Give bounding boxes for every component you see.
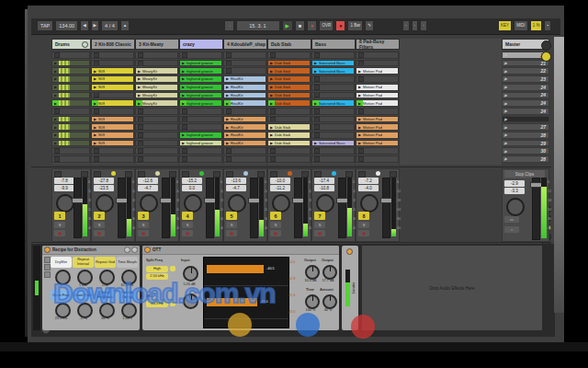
track-activator-button[interactable]: 6 [270, 212, 281, 220]
clip-launch-icon[interactable]: ▶ [356, 124, 363, 130]
track-header-6[interactable]: Dub Stab [267, 39, 311, 50]
macro-label-chip[interactable]: Repeat Interval [73, 257, 94, 268]
clip[interactable]: ▶Dub Stab [268, 68, 310, 74]
clip-launch-icon[interactable]: ▶ [268, 124, 275, 130]
pan-knob[interactable] [272, 194, 290, 213]
scene-slot[interactable]: ▶ [502, 116, 549, 123]
clip-slot[interactable] [356, 75, 399, 83]
clip-slot[interactable]: ▶RealKit [223, 140, 266, 147]
clip-launch-icon[interactable]: ▶ [180, 68, 187, 74]
scene-launch-icon[interactable]: ▶ [504, 149, 507, 154]
clip-slot[interactable]: ▶highend groove [179, 99, 222, 107]
macro-label-chip[interactable]: Grain Feedback [95, 290, 116, 301]
tempo-field[interactable]: 134.00 [55, 20, 78, 31]
clip-slot[interactable]: ▶Dub Stab [267, 75, 311, 83]
arm-button[interactable] [54, 230, 65, 236]
clip-slot[interactable]: ▶909 [91, 99, 134, 107]
output-gain-knob-2[interactable] [322, 265, 337, 280]
clip[interactable]: ▶909 [92, 141, 133, 146]
input-gain-knob[interactable] [183, 266, 198, 282]
clip-slot[interactable]: ▶Motion Pad [356, 92, 399, 99]
volume-fader[interactable] [294, 178, 302, 238]
clip-launch-icon[interactable]: ▶ [136, 76, 142, 82]
clip-slot[interactable]: ▶highend groove [179, 92, 222, 99]
volume-value[interactable]: -4.7 [226, 185, 246, 191]
track-header-4[interactable]: crazy [179, 39, 223, 50]
scene-launch-icon[interactable]: ▶ [504, 93, 507, 98]
scene-launch-icon[interactable]: ▶ [504, 69, 507, 74]
clip-launch-icon[interactable]: ▶ [180, 93, 187, 98]
clip-slot[interactable]: ▶909 [91, 132, 134, 139]
clip-launch-icon[interactable]: ▶ [268, 132, 275, 138]
scene-slot[interactable]: ▶24 [502, 84, 549, 91]
clip-slot[interactable] [51, 108, 90, 115]
clip-launch-icon[interactable]: ▶ [52, 141, 59, 146]
clip-slot[interactable]: ▶Motion Pad [356, 99, 399, 107]
clip-launch-icon[interactable]: ▶ [136, 68, 142, 74]
clip-launch-icon[interactable]: ▶ [52, 124, 59, 130]
clip[interactable]: ▶ [52, 117, 89, 122]
clip[interactable]: ▶Motion Pad [356, 68, 398, 74]
clip-launch-icon[interactable]: ▶ [52, 76, 59, 82]
overdub-button[interactable]: OVR [319, 20, 334, 31]
volume-value[interactable]: -4.0 [358, 185, 379, 191]
scene-slot[interactable]: ▶24 [502, 92, 549, 99]
clip[interactable]: ▶Saturated Bass [312, 141, 354, 146]
clip[interactable]: ▶RealKit [224, 85, 266, 90]
clip[interactable]: ▶Dub Stab [268, 132, 310, 138]
clip-slot[interactable] [311, 108, 355, 115]
clip-slot[interactable] [135, 132, 178, 139]
clip-launch-icon[interactable]: ▶ [224, 76, 231, 82]
scene-launch-icon[interactable]: ▶ [504, 117, 507, 121]
clip-slot[interactable] [356, 52, 399, 59]
clip-slot[interactable]: ▶Dub Stab [267, 67, 311, 75]
scene-slot[interactable]: ▶22 [502, 67, 549, 75]
clip-slot[interactable]: ▶ [51, 99, 90, 107]
clip[interactable]: ▶Dub Stab [268, 85, 310, 90]
clip[interactable]: ▶Saturated Bass [312, 61, 354, 66]
stop-all-clips-button[interactable]: Stop Clips [504, 170, 545, 178]
clip-slot[interactable] [135, 155, 178, 163]
clip-slot[interactable]: ▶Saturated Bass [311, 140, 355, 147]
input-drive-knob[interactable] [183, 293, 198, 309]
clip-slot[interactable] [311, 123, 355, 131]
key-map-button[interactable]: KEY [498, 20, 512, 31]
clip-playing-icon[interactable]: ▶ [356, 100, 363, 106]
mid-solo-toggle[interactable] [170, 301, 175, 306]
clip-slot[interactable] [135, 140, 178, 147]
clip[interactable]: ▶highend groove [180, 132, 221, 138]
clip-launch-icon[interactable]: ▶ [52, 132, 59, 138]
clip-slot[interactable] [356, 155, 399, 163]
device-limiter[interactable]: Limiter [342, 246, 358, 330]
clip[interactable]: ▶MeatyKit [136, 100, 177, 106]
clip[interactable]: ▶Motion Pad [356, 85, 398, 90]
clip[interactable]: ▶ [52, 68, 89, 74]
clip-launch-icon[interactable]: ▶ [312, 61, 319, 66]
clip-slot[interactable] [223, 67, 266, 75]
clip-launch-icon[interactable]: ▶ [52, 68, 59, 74]
clip-launch-icon[interactable]: ▶ [224, 141, 231, 146]
clip-slot[interactable]: ▶Saturated Bass [311, 67, 355, 75]
clip-playing-icon[interactable]: ▶ [224, 100, 231, 106]
clip-slot[interactable]: ▶Motion Pad [356, 84, 399, 91]
clip[interactable]: ▶Dub Stab [268, 76, 310, 82]
clip-slot[interactable] [91, 147, 134, 155]
clip[interactable]: ▶ [52, 141, 89, 146]
clip-slot[interactable]: ▶909 [91, 75, 134, 83]
time-signature-field[interactable]: 4 / 4 [101, 20, 119, 31]
clip-playing-icon[interactable]: ▶ [136, 100, 142, 106]
clip[interactable]: ▶MeatyKit [136, 85, 177, 90]
clip-slot[interactable]: ▶Dub Stab [267, 99, 311, 107]
track-header-2[interactable]: 2 Kit-808 Classic [91, 39, 135, 50]
clip-launch-icon[interactable]: ▶ [268, 76, 275, 82]
track-activator-button[interactable]: 2 [94, 212, 105, 220]
session-record-button[interactable]: ● [335, 20, 345, 31]
track-activator-button[interactable]: 8 [358, 212, 369, 220]
clip-slot[interactable] [135, 116, 178, 123]
clip[interactable]: ▶highend groove [180, 141, 221, 146]
stop-button[interactable]: ■ [295, 20, 305, 31]
high-band-chip[interactable]: High [146, 266, 168, 272]
scene-slot[interactable]: ▶29 [502, 140, 549, 147]
clip[interactable]: ▶909 [92, 132, 133, 138]
pan-knob[interactable] [360, 194, 379, 213]
